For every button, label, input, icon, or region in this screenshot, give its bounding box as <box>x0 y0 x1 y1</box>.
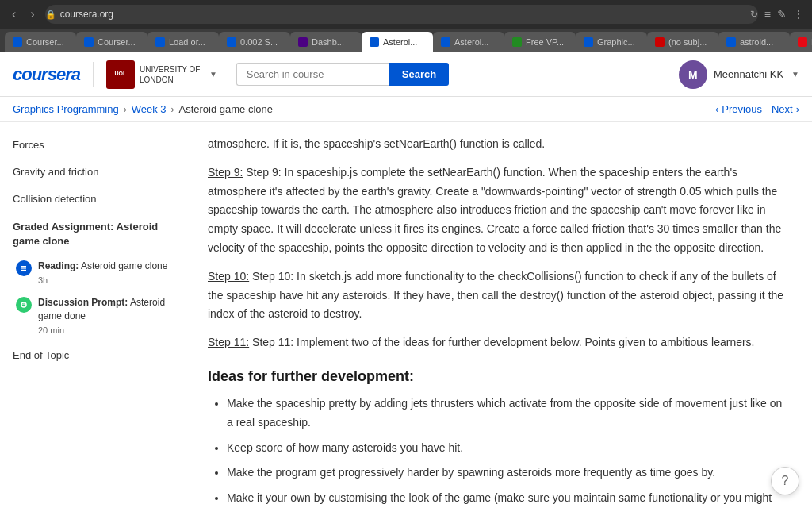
help-button[interactable]: ? <box>771 467 799 495</box>
sidebar-item-forces[interactable]: Forces <box>0 132 182 159</box>
tab-coursera-1[interactable]: Courser... <box>5 32 76 52</box>
tab-favicon <box>584 37 593 47</box>
step9-text: Step 9: Step 9: In spaceship.js complete… <box>208 164 787 258</box>
sidebar-item-graded[interactable]: Graded Assignment: Asteroid game clone <box>0 214 182 255</box>
sidebar: Forces Gravity and friction Collision de… <box>0 122 182 504</box>
browser-chrome: ‹ › 🔒 coursera.org ↻ ≡ ✎ ⋮ <box>0 0 812 29</box>
tab-label: Graphic... <box>597 37 635 47</box>
tab-favicon <box>84 37 94 47</box>
tab-label: Asteroi... <box>383 37 417 47</box>
reading-icon <box>16 260 32 276</box>
share-icon[interactable]: ≡ <box>764 8 771 21</box>
url-text: coursera.org <box>60 9 113 20</box>
tab-label: Free VP... <box>526 37 564 47</box>
tab-label: 0.002 S... <box>240 37 278 47</box>
list-item: Make the spaceship pretty by adding jets… <box>227 394 787 433</box>
coursera-header: coursera UOL UNIVERSITY OF LONDON ▼ Sear… <box>0 52 812 97</box>
previous-button[interactable]: ‹ Previous <box>715 103 762 115</box>
list-item: Make the program get progressively harde… <box>227 464 787 483</box>
browser-actions: ≡ ✎ ⋮ <box>764 8 804 21</box>
list-item: Make it your own by customising the look… <box>227 489 787 504</box>
tab-load[interactable]: Load or... <box>147 32 219 52</box>
menu-icon[interactable]: ⋮ <box>793 8 804 21</box>
tab-mail[interactable]: (no subj... <box>647 32 718 52</box>
chevron-left-icon: ‹ <box>715 103 718 115</box>
university-name: UNIVERSITY OF LONDON <box>140 64 203 85</box>
search-input[interactable] <box>236 63 389 86</box>
tab-asteroid-2[interactable]: Asteroi... <box>433 32 504 52</box>
breadcrumb-nav: ‹ Previous Next › <box>715 103 799 115</box>
tab-favicon <box>798 37 807 47</box>
svg-rect-2 <box>21 270 26 271</box>
tab-favicon <box>655 37 665 47</box>
step11-link[interactable]: Step 11: <box>208 336 249 348</box>
svg-rect-0 <box>21 266 26 267</box>
tab-label: astroid... <box>740 37 773 47</box>
next-button[interactable]: Next › <box>772 103 799 115</box>
further-list: Make the spaceship pretty by adding jets… <box>208 394 787 504</box>
discussion-icon <box>16 297 32 313</box>
tab-label: Courser... <box>98 37 136 47</box>
breadcrumb-link-graphics[interactable]: Graphics Programming <box>13 103 119 115</box>
university-logo-area[interactable]: UOL UNIVERSITY OF LONDON ▼ <box>106 60 217 89</box>
tab-favicon <box>227 37 236 47</box>
tab-asteroid-active[interactable]: Asteroi... <box>362 32 433 52</box>
sidebar-item-gravity[interactable]: Gravity and friction <box>0 159 182 186</box>
tab-bar: Courser... Courser... Load or... 0.002 S… <box>0 29 812 52</box>
tab-label: Load or... <box>169 37 205 47</box>
user-avatar-area[interactable]: M Meennatchi KK ▼ <box>679 60 799 89</box>
user-name: Meennatchi KK <box>714 68 783 80</box>
extensions-icon[interactable]: ✎ <box>777 8 787 21</box>
university-dropdown-icon[interactable]: ▼ <box>209 70 217 79</box>
tab-favicon <box>726 37 736 47</box>
breadcrumb: Graphics Programming › Week 3 › Asteroid… <box>0 97 812 122</box>
step11-text: Step 11: Step 11: Implement two of the i… <box>208 333 787 352</box>
breadcrumb-current: Asteroid game clone <box>179 103 274 115</box>
tab-label: Dashb... <box>312 37 344 47</box>
tab-dash[interactable]: Dashb... <box>290 32 362 52</box>
avatar-initials: M <box>688 68 698 81</box>
tab-0002[interactable]: 0.002 S... <box>219 32 290 52</box>
tab-favicon <box>13 37 22 47</box>
breadcrumb-sep-1: › <box>124 104 127 115</box>
user-dropdown-icon[interactable]: ▼ <box>791 70 799 79</box>
coursera-logo[interactable]: coursera <box>13 64 80 85</box>
tab-favicon <box>155 37 165 47</box>
breadcrumb-link-week3[interactable]: Week 3 <box>132 103 167 115</box>
avatar: M <box>679 60 707 89</box>
breadcrumb-sep-2: › <box>171 104 174 115</box>
svg-rect-1 <box>21 267 26 268</box>
tab-favicon <box>298 37 308 47</box>
sidebar-subitem-discussion[interactable]: Discussion Prompt: Asteroid game done 20… <box>0 291 182 341</box>
tab-label: Courser... <box>26 37 64 47</box>
content-area: atmosphere. If it is, the spaceship's se… <box>182 122 812 504</box>
nav-back-button[interactable]: ‹ <box>8 6 20 23</box>
sidebar-item-collision[interactable]: Collision detection <box>0 186 182 213</box>
tab-favicon <box>370 37 379 47</box>
reading-text: Reading: Asteroid game clone 3h <box>38 260 167 287</box>
intro-text: atmosphere. If it is, the spaceship's se… <box>208 135 787 154</box>
step9-link[interactable]: Step 9: <box>208 166 243 179</box>
main-layout: Forces Gravity and friction Collision de… <box>0 122 812 504</box>
tab-netflix[interactable]: Netflix <box>790 32 812 52</box>
step10-text: Step 10: Step 10: In sketch.js add more … <box>208 267 787 324</box>
step10-link[interactable]: Step 10: <box>208 270 249 283</box>
search-bar: Search <box>236 63 449 86</box>
tab-label: (no subj... <box>668 37 707 47</box>
list-item: Keep score of how many asteroids you hav… <box>227 439 787 458</box>
search-button[interactable]: Search <box>389 63 449 86</box>
tab-coursera-2[interactable]: Courser... <box>76 32 147 52</box>
tab-favicon <box>512 37 522 47</box>
tab-astroid[interactable]: astroid... <box>718 32 790 52</box>
university-badge: UOL <box>106 60 135 89</box>
further-heading: Ideas for further development: <box>208 368 787 385</box>
url-bar[interactable]: 🔒 coursera.org ↻ <box>45 5 758 24</box>
tab-graphic[interactable]: Graphic... <box>576 32 647 52</box>
header-divider <box>93 62 94 87</box>
sidebar-subitem-reading[interactable]: Reading: Asteroid game clone 3h <box>0 255 182 291</box>
discussion-text: Discussion Prompt: Asteroid game done 20… <box>38 296 172 337</box>
nav-forward-button[interactable]: › <box>26 6 38 23</box>
tab-label: Asteroi... <box>454 37 488 47</box>
tab-vpn[interactable]: Free VP... <box>504 32 576 52</box>
chevron-right-icon: › <box>796 103 799 115</box>
